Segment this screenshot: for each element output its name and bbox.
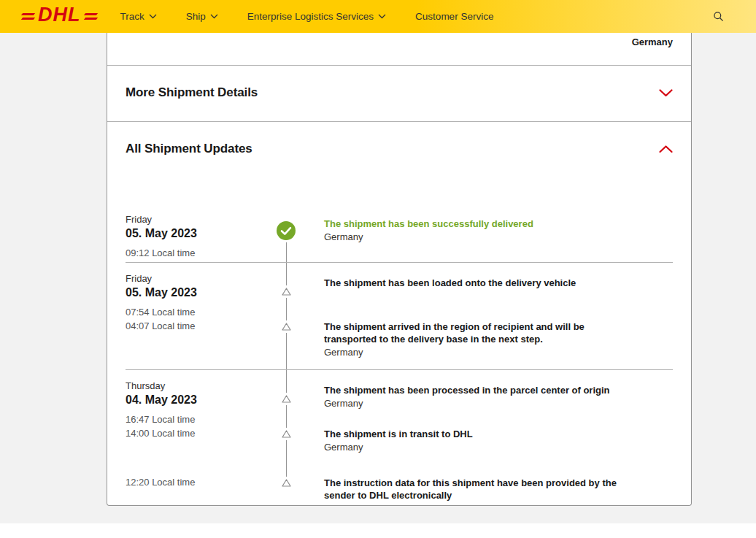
main-nav: TrackShipEnterprise Logistics ServicesCu… bbox=[106, 0, 509, 33]
event-datetime: 14:00 Local time bbox=[126, 428, 268, 477]
event-day: Thursday bbox=[126, 380, 261, 392]
dhl-logo[interactable]: DHL bbox=[22, 5, 97, 28]
event-status: The shipment has been processed in the p… bbox=[324, 384, 636, 396]
event-status: The shipment is in transit to DHL bbox=[324, 428, 636, 440]
transit-triangle-icon bbox=[282, 288, 291, 296]
delivered-check-icon bbox=[277, 221, 296, 240]
event-time: 09:12 Local time bbox=[126, 247, 261, 259]
transit-triangle-icon bbox=[282, 395, 291, 403]
all-shipment-updates-title: All Shipment Updates bbox=[126, 142, 252, 156]
event-date: 04. May 2023 bbox=[126, 392, 261, 407]
search-button[interactable] bbox=[713, 11, 724, 22]
event-message: The shipment has been loaded onto the de… bbox=[304, 263, 636, 320]
event-day: Friday bbox=[126, 214, 261, 226]
timeline-event: Friday05. May 202307:54 Local timeThe sh… bbox=[126, 263, 673, 320]
transit-triangle-icon bbox=[282, 479, 291, 487]
event-time: 14:00 Local time bbox=[126, 428, 261, 439]
event-time: 04:07 Local time bbox=[126, 320, 261, 332]
event-location: Germany bbox=[324, 347, 636, 358]
timeline-connector bbox=[268, 204, 304, 262]
chevron-down-icon bbox=[210, 14, 218, 19]
nav-item-label: Ship bbox=[186, 11, 206, 22]
timeline-event: 12:20 Local timeThe instruction data for… bbox=[126, 477, 673, 506]
dhl-logo-left-bars-icon bbox=[22, 13, 34, 20]
event-status: The shipment arrived in the region of re… bbox=[324, 320, 636, 345]
event-time: 12:20 Local time bbox=[126, 477, 261, 488]
event-message: The instruction data for this shipment h… bbox=[304, 477, 636, 506]
event-location: Germany bbox=[324, 398, 636, 410]
event-message: The shipment is in transit to DHLGermany bbox=[304, 428, 636, 477]
event-location: Germany bbox=[324, 231, 636, 243]
nav-item-label: Customer Service bbox=[415, 11, 493, 22]
event-date: 05. May 2023 bbox=[126, 226, 261, 241]
dhl-logo-text: DHL bbox=[38, 5, 81, 25]
timeline-connector bbox=[268, 477, 304, 506]
shipment-card: Germany More Shipment Details All Shipme… bbox=[107, 33, 692, 506]
chevron-up-icon bbox=[659, 145, 673, 153]
timeline-connector bbox=[268, 263, 304, 320]
timeline-event: Friday05. May 202309:12 Local timeThe sh… bbox=[126, 204, 673, 262]
event-datetime: Friday05. May 202309:12 Local time bbox=[126, 204, 268, 262]
event-message: The shipment arrived in the region of re… bbox=[304, 320, 636, 369]
nav-item-customer-service[interactable]: Customer Service bbox=[401, 0, 508, 33]
more-shipment-details-accordion[interactable]: More Shipment Details bbox=[107, 66, 691, 122]
event-time: 16:47 Local time bbox=[126, 414, 261, 426]
timeline-event: 14:00 Local timeThe shipment is in trans… bbox=[126, 428, 673, 477]
chevron-down-icon bbox=[149, 14, 157, 19]
transit-triangle-icon bbox=[282, 430, 291, 438]
event-datetime: 04:07 Local time bbox=[126, 320, 268, 369]
timeline-connector bbox=[268, 428, 304, 477]
event-day: Friday bbox=[126, 273, 261, 285]
dhl-logo-right-bars-icon bbox=[85, 13, 97, 20]
timeline-connector bbox=[268, 370, 304, 428]
page-background: Germany More Shipment Details All Shipme… bbox=[0, 33, 756, 523]
timeline-connector bbox=[268, 320, 304, 369]
all-shipment-updates-accordion[interactable]: All Shipment Updates bbox=[107, 122, 691, 177]
event-datetime: Thursday04. May 202316:47 Local time bbox=[126, 370, 268, 428]
more-shipment-details-title: More Shipment Details bbox=[126, 85, 258, 100]
nav-item-track[interactable]: Track bbox=[106, 0, 171, 33]
nav-item-label: Enterprise Logistics Services bbox=[247, 11, 374, 22]
event-datetime: Friday05. May 202307:54 Local time bbox=[126, 263, 268, 320]
top-nav-bar: DHL TrackShipEnterprise Logistics Servic… bbox=[0, 0, 756, 33]
event-status: The shipment has been successfully deliv… bbox=[324, 218, 636, 230]
timeline-event: 04:07 Local timeThe shipment arrived in … bbox=[126, 320, 673, 369]
event-date: 05. May 2023 bbox=[126, 285, 261, 300]
chevron-down-icon bbox=[659, 89, 673, 97]
chevron-down-icon bbox=[378, 14, 386, 19]
shipment-updates-timeline: Friday05. May 202309:12 Local timeThe sh… bbox=[107, 204, 691, 506]
nav-item-ship[interactable]: Ship bbox=[171, 0, 233, 33]
event-status: The shipment has been loaded onto the de… bbox=[324, 277, 636, 289]
event-datetime: 12:20 Local time bbox=[126, 477, 268, 506]
nav-item-enterprise-logistics-services[interactable]: Enterprise Logistics Services bbox=[233, 0, 401, 33]
nav-item-label: Track bbox=[120, 11, 144, 22]
event-location: Germany bbox=[324, 442, 636, 453]
search-icon bbox=[713, 11, 724, 22]
transit-triangle-icon bbox=[282, 323, 291, 331]
event-message: The shipment has been processed in the p… bbox=[304, 370, 636, 428]
delivery-address-country: Germany bbox=[107, 33, 691, 66]
event-time: 07:54 Local time bbox=[126, 307, 261, 318]
event-status: The instruction data for this shipment h… bbox=[324, 477, 636, 502]
timeline-event: Thursday04. May 202316:47 Local timeThe … bbox=[126, 370, 673, 428]
event-message: The shipment has been successfully deliv… bbox=[304, 204, 636, 262]
